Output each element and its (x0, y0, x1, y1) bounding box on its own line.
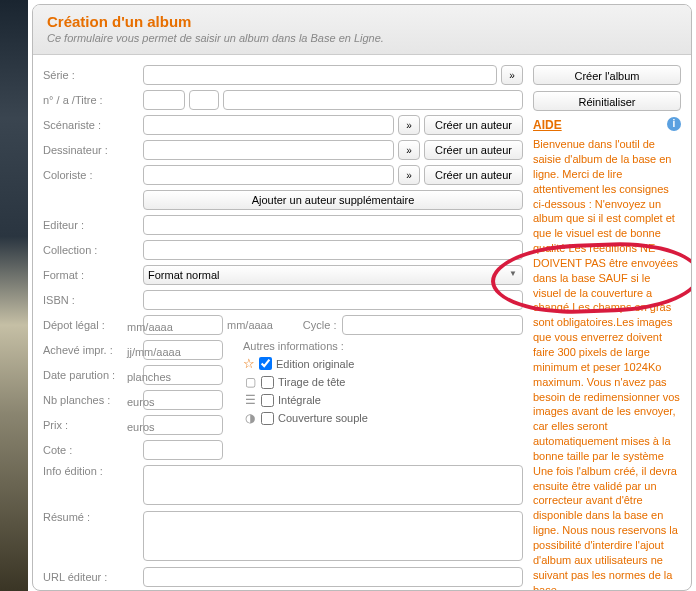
couverture-label: Couverture souple (278, 412, 368, 424)
label-url: URL éditeur : (43, 571, 143, 583)
box-icon: ▢ (243, 375, 257, 389)
info-icon: i (667, 117, 681, 131)
label-resume: Résumé : (43, 511, 143, 523)
dessinateur-input[interactable] (143, 140, 394, 160)
comic-art-sidebar (0, 0, 28, 591)
format-select[interactable]: Format normal (143, 265, 523, 285)
scenariste-create-button[interactable]: Créer un auteur (424, 115, 523, 135)
scenariste-lookup-button[interactable]: » (398, 115, 420, 135)
tirage-label: Tirage de tête (278, 376, 345, 388)
depot-input[interactable] (143, 315, 223, 335)
label-editeur: Editeur : (43, 219, 143, 231)
coloriste-input[interactable] (143, 165, 394, 185)
label-titre: n° / a /Titre : (43, 94, 143, 106)
prix-input[interactable] (143, 415, 223, 435)
cote-input[interactable] (143, 440, 223, 460)
dessinateur-create-button[interactable]: Créer un auteur (424, 140, 523, 160)
help-box: AIDE i Bienvenue dans l'outil de saisie … (533, 117, 681, 590)
label-cote: Cote : (43, 444, 143, 456)
label-format: Format : (43, 269, 143, 281)
url-editeur-input[interactable] (143, 567, 523, 587)
help-title: AIDE (533, 117, 562, 133)
autres-heading: Autres informations : (243, 340, 523, 352)
info-edition-input[interactable] (143, 465, 523, 505)
label-cycle: Cycle : (303, 319, 337, 331)
label-collection: Collection : (43, 244, 143, 256)
label-coloriste: Coloriste : (43, 169, 143, 181)
label-depot: Dépot légal : (43, 319, 143, 331)
label-serie: Série : (43, 69, 143, 81)
num-input[interactable] (143, 90, 185, 110)
create-album-button[interactable]: Créer l'album (533, 65, 681, 85)
label-parution: Date parution : (43, 369, 143, 381)
panel-title: Création d'un album (47, 13, 677, 30)
coloriste-lookup-button[interactable]: » (398, 165, 420, 185)
serie-lookup-button[interactable]: » (501, 65, 523, 85)
integrale-checkbox[interactable] (261, 394, 274, 407)
label-prix: Prix : (43, 419, 143, 431)
label-dessinateur: Dessinateur : (43, 144, 143, 156)
resume-input[interactable] (143, 511, 523, 561)
dessinateur-lookup-button[interactable]: » (398, 140, 420, 160)
cycle-input[interactable] (342, 315, 523, 335)
panel-header: Création d'un album Ce formulaire vous p… (33, 5, 691, 55)
add-author-button[interactable]: Ajouter un auteur supplémentaire (143, 190, 523, 210)
planches-input[interactable] (143, 390, 223, 410)
books-icon: ☰ (243, 393, 257, 407)
unit-mmaaaa: mm/aaaa (227, 319, 273, 331)
label-scenariste: Scénariste : (43, 119, 143, 131)
acheve-input[interactable] (143, 340, 223, 360)
coloriste-create-button[interactable]: Créer un auteur (424, 165, 523, 185)
tag-icon: ◑ (243, 411, 257, 425)
star-icon: ☆ (243, 356, 255, 371)
tirage-checkbox[interactable] (261, 376, 274, 389)
label-isbn: ISBN : (43, 294, 143, 306)
panel-subtitle: Ce formulaire vous permet de saisir un a… (47, 32, 677, 44)
integrale-label: Intégrale (278, 394, 321, 406)
editeur-input[interactable] (143, 215, 523, 235)
label-acheve: Achevé impr. : (43, 344, 143, 356)
couverture-checkbox[interactable] (261, 412, 274, 425)
serie-input[interactable] (143, 65, 497, 85)
label-info: Info édition : (43, 465, 143, 477)
alpha-input[interactable] (189, 90, 219, 110)
scenariste-input[interactable] (143, 115, 394, 135)
edition-originale-checkbox[interactable] (259, 357, 272, 370)
album-form-panel: Création d'un album Ce formulaire vous p… (32, 4, 692, 591)
isbn-input[interactable] (143, 290, 523, 310)
collection-input[interactable] (143, 240, 523, 260)
titre-input[interactable] (223, 90, 523, 110)
reset-button[interactable]: Réinitialiser (533, 91, 681, 111)
help-body: Bienvenue dans l'outil de saisie d'album… (533, 137, 681, 590)
label-planches: Nb planches : (43, 394, 143, 406)
parution-input[interactable] (143, 365, 223, 385)
edition-originale-label: Edition originale (276, 358, 354, 370)
